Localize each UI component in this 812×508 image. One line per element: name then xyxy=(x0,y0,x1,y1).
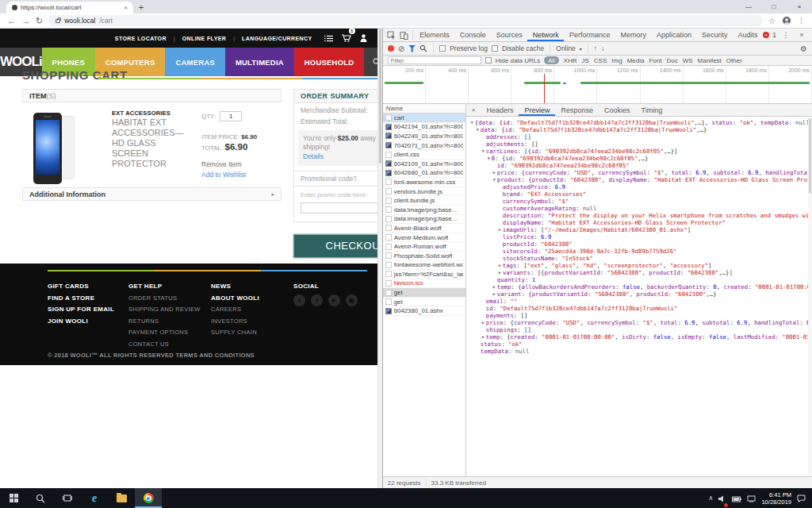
close-detail-icon[interactable]: × xyxy=(466,106,481,114)
record-network-log-icon[interactable] xyxy=(388,45,394,52)
devtools-tab-sources[interactable]: Sources xyxy=(491,29,527,41)
network-request-row[interactable]: vendors.bundle.js xyxy=(383,187,465,197)
battery-icon[interactable] xyxy=(732,491,741,506)
product-name[interactable]: HABITAT EXT ACCESSORIES—HD GLASS SCREEN … xyxy=(112,117,191,169)
network-timeline-overview[interactable]: 200 ms400 ms600 ms800 ms1000 ms1200 ms14… xyxy=(383,66,812,104)
type-filter-xhr[interactable]: XHR xyxy=(564,57,577,64)
network-request-row[interactable]: 6042380_01.ashx xyxy=(383,306,465,316)
internet-explorer-icon[interactable]: e xyxy=(81,488,108,508)
topbar-link-language-currency[interactable]: LANGUAGE/CURRENCY xyxy=(242,36,312,41)
devtools-tab-console[interactable]: Console xyxy=(454,29,491,41)
expander-collapsed-icon[interactable]: ▶ xyxy=(481,319,486,326)
device-toolbar-icon[interactable] xyxy=(398,31,411,40)
window-close-button[interactable]: × xyxy=(787,0,812,13)
json-tree-line[interactable]: tempData: null xyxy=(466,348,808,355)
footer-link-shipping-and-review[interactable]: SHIPPING AND REVIEW xyxy=(128,306,201,313)
devtools-tab-audits[interactable]: Audits xyxy=(733,29,763,41)
devtools-close-icon[interactable]: × xyxy=(795,31,808,39)
facebook-icon[interactable]: f xyxy=(311,294,323,306)
json-tree-line[interactable]: id: "Default75d7f1b320ce47dbb147a7c2ff31… xyxy=(466,305,808,312)
twitter-icon[interactable]: t xyxy=(293,294,305,306)
additional-information-accordion[interactable]: Additional Information ▸ xyxy=(22,187,282,201)
footer-link-join-wooli[interactable]: JOIN WOOLI xyxy=(48,318,114,325)
taskbar-clock[interactable]: 6:41 PM 10/28/2019 xyxy=(761,491,791,506)
network-request-row[interactable]: Avenir-Black.woff xyxy=(383,224,465,233)
footer-link-find-a-store[interactable]: FIND A STORE xyxy=(48,294,114,302)
network-request-row[interactable]: jss?item=%2Fcart&sc_lang=e… xyxy=(383,270,465,279)
throttling-dropdown[interactable]: Online xyxy=(556,44,576,52)
network-request-row[interactable]: data:image/png;base… xyxy=(383,206,465,215)
hide-data-urls-checkbox[interactable] xyxy=(485,57,492,64)
network-request-row[interactable]: client.bundle.js xyxy=(383,196,465,206)
expander-collapsed-icon[interactable]: ▶ xyxy=(497,226,503,233)
type-filter-other[interactable]: Other xyxy=(726,57,742,64)
footer-link-payment-options[interactable]: PAYMENT OPTIONS xyxy=(128,329,201,336)
footer-link-about-wooli[interactable]: ABOUT WOOLI xyxy=(211,294,259,302)
search-network-icon[interactable] xyxy=(419,44,427,52)
detail-tab-headers[interactable]: Headers xyxy=(481,104,519,116)
json-tree-line[interactable]: ▶price: {currencyCode: "USD", currencySy… xyxy=(466,319,808,326)
devtools-menu-icon[interactable]: ⋮ xyxy=(779,31,792,39)
network-request-row[interactable]: 6042109_01.ashx?h=800&w=… xyxy=(383,160,465,169)
type-filter-doc[interactable]: Doc xyxy=(666,57,677,64)
details-link[interactable]: Details xyxy=(303,152,377,161)
file-explorer-icon[interactable] xyxy=(108,488,135,508)
preview-scrollbar-thumb[interactable] xyxy=(809,118,811,194)
network-request-row[interactable]: 7042071_01.ashx?h=800&w=… xyxy=(383,141,465,151)
network-request-row[interactable]: data:image/png;base… xyxy=(383,215,465,225)
network-request-row[interactable]: fontawesome-webfont.woff2… xyxy=(383,261,465,271)
detail-tab-response[interactable]: Response xyxy=(555,104,599,116)
json-tree-line[interactable]: ▶variants: [{productVariantId: "56042380… xyxy=(466,269,808,276)
json-tree-line[interactable]: sitecoreId: "25aecd4a-390d-9a7c-32fb-9d8… xyxy=(466,248,808,255)
network-settings-gear-icon[interactable]: ⚙ xyxy=(800,44,807,53)
json-tree-line[interactable]: productId: "6042380" xyxy=(466,241,808,248)
network-request-row[interactable]: get xyxy=(383,298,465,307)
devtools-tab-elements[interactable]: Elements xyxy=(415,29,455,41)
detail-tab-preview[interactable]: Preview xyxy=(519,104,555,116)
network-request-row[interactable]: 6042680_01.ashx?h=800&w=… xyxy=(383,169,465,179)
network-request-row[interactable]: font-awesome.min.css xyxy=(383,178,465,187)
type-filter-media[interactable]: Media xyxy=(627,57,645,64)
json-tree-line[interactable]: customerAverageRating: null xyxy=(466,205,808,212)
footer-link-contact-us[interactable]: CONTACT US xyxy=(128,341,201,348)
cart-icon[interactable]: 1 xyxy=(342,31,351,45)
type-filter-img[interactable]: Img xyxy=(611,57,622,64)
network-icon[interactable] xyxy=(747,491,756,506)
footer-link-investors[interactable]: INVESTORS xyxy=(211,318,259,325)
json-tree-line[interactable]: adjustedPrice: 6.9 xyxy=(466,183,808,190)
import-har-icon[interactable]: ↑ xyxy=(594,44,597,52)
type-filter-css[interactable]: CSS xyxy=(594,57,607,64)
expander-expanded-icon[interactable]: ▼ xyxy=(481,148,486,155)
expander-expanded-icon[interactable]: ▼ xyxy=(469,119,475,126)
type-filter-ws[interactable]: WS xyxy=(683,57,693,64)
page-scrollbar-thumb[interactable] xyxy=(379,29,381,164)
export-har-icon[interactable]: ↓ xyxy=(601,44,604,52)
json-tree-line[interactable]: ▶variant: {productVariantId: "56042380",… xyxy=(466,291,808,298)
json-tree-line[interactable]: payments: [] xyxy=(466,312,808,319)
detail-tab-timing[interactable]: Timing xyxy=(636,104,668,116)
topbar-link-online-flyer[interactable]: ONLINE FLYER xyxy=(182,36,227,41)
type-filter-js[interactable]: JS xyxy=(581,57,588,64)
product-image[interactable] xyxy=(33,113,62,184)
footer-link-returns[interactable]: RETURNS xyxy=(128,318,201,325)
back-button[interactable]: ← xyxy=(7,17,16,25)
taskbar-search-icon[interactable] xyxy=(27,488,54,508)
footer-link-order-status[interactable]: ORDER STATUS xyxy=(128,294,201,302)
network-filter-input[interactable] xyxy=(388,56,481,64)
expander-collapsed-icon[interactable]: ▶ xyxy=(481,333,486,341)
json-tree-line[interactable]: ▶temp: {allowBackordersAndPreorders: fal… xyxy=(466,283,808,291)
devtools-tab-network[interactable]: Network xyxy=(527,29,564,41)
url-omnibox[interactable]: wooli.local/cart xyxy=(48,15,763,26)
json-tree-line[interactable]: description: "Protect the display on you… xyxy=(466,212,808,219)
json-tree-line[interactable]: listPrice: 6.9 xyxy=(466,233,808,241)
browser-menu-icon[interactable]: ⋮ xyxy=(798,17,805,25)
nav-item-household[interactable]: HOUSEHOLD xyxy=(294,48,365,76)
tray-expand-icon[interactable]: ∧ xyxy=(709,495,714,502)
expander-expanded-icon[interactable]: ▼ xyxy=(475,126,481,133)
profile-avatar[interactable] xyxy=(783,17,791,25)
topbar-link-store-locator[interactable]: STORE LOCATOR xyxy=(115,36,167,41)
network-request-row[interactable]: cart xyxy=(383,114,465,123)
expander-collapsed-icon[interactable]: ▶ xyxy=(492,169,497,176)
chrome-taskbar-icon[interactable] xyxy=(135,488,162,508)
devtools-tab-performance[interactable]: Performance xyxy=(564,29,615,41)
